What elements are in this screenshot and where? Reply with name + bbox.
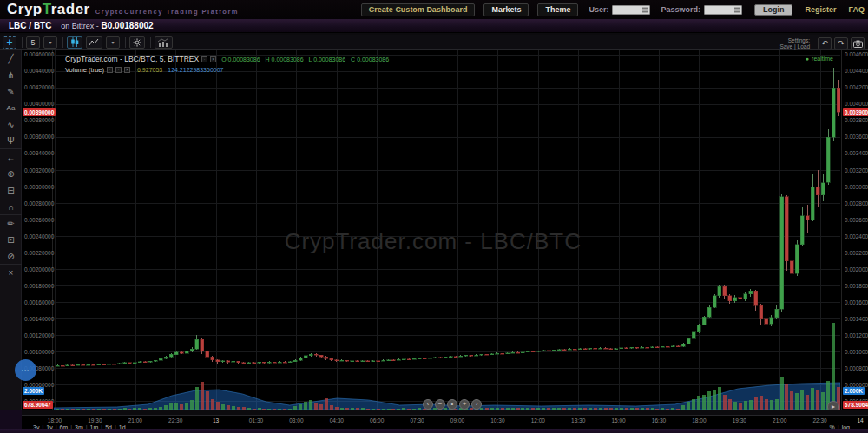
price-tick-label: 0.00220000 xyxy=(845,250,868,256)
price-tick-label: 0.00340000 xyxy=(845,150,868,156)
redo-button[interactable]: ↷ xyxy=(834,37,848,49)
measure-tool[interactable]: ⊟ xyxy=(0,182,22,199)
remove-all-tool[interactable]: × xyxy=(0,265,22,281)
pitchfork-tool[interactable]: ⋔ xyxy=(0,67,22,83)
settings-save-load[interactable]: Settings:Save | Load xyxy=(779,37,810,49)
time-tick-label: 10:30 xyxy=(484,417,510,423)
price-tick-label: 0.00420000 xyxy=(845,84,868,90)
reset-view-button[interactable]: • xyxy=(447,399,457,410)
chart-canvas[interactable]: 0.004600000.004400000.004200000.00400000… xyxy=(22,50,868,410)
lock-all-tool[interactable]: ⊡ xyxy=(0,232,22,248)
interval-dropdown[interactable]: ▾ xyxy=(43,36,57,49)
time-tick-label: 19:30 xyxy=(727,417,753,423)
price-tick-label: 0.00460000 xyxy=(845,51,868,57)
tab-pair: LBC / BTC xyxy=(9,21,51,30)
candlestick-style-button[interactable] xyxy=(67,36,82,49)
pan-left-button[interactable]: ‹ xyxy=(423,399,433,410)
crosshair-button[interactable]: + xyxy=(3,36,16,49)
price-tick-label: 0.00160000 xyxy=(845,299,868,305)
price-tick-label: 0.00360000 xyxy=(845,134,868,140)
input-grid-icon xyxy=(642,7,648,13)
trend-line-tool[interactable]: ╱ xyxy=(0,50,22,67)
chart-widget: + 5 ▾ ▾ Settings:Save | Load ↶ xyxy=(0,33,868,429)
price-tick-label: 0.00100000 xyxy=(24,349,54,355)
tab-lbc-btc[interactable]: LBC / BTC on Bittrex - B0.00188002 xyxy=(9,21,154,30)
price-tick-label: 0.00120000 xyxy=(24,332,54,338)
price-tick-label: 0.00400000 xyxy=(24,101,54,107)
time-tick-label: 12:00 xyxy=(525,417,551,423)
draw-mode-tool[interactable]: ✏ xyxy=(0,215,22,232)
time-tick-label: 09:00 xyxy=(444,417,470,423)
price-tick-label: 0.00280000 xyxy=(24,200,54,207)
volume-value-2: 124.2122983350007 xyxy=(168,67,223,73)
hide-all-tool[interactable]: ⊘ xyxy=(0,248,22,265)
create-dashboard-button[interactable]: Create Custom Dashboard xyxy=(361,3,476,16)
brush-tool[interactable]: ✎ xyxy=(0,83,22,100)
time-tick-label: 16:30 xyxy=(646,417,672,423)
volume-value: 6.927053 xyxy=(137,67,162,73)
time-tick-label: 18:00 xyxy=(42,417,68,423)
zoom-out-button[interactable]: − xyxy=(435,399,445,410)
faq-link[interactable]: FAQ xyxy=(848,5,865,14)
price-axis-right[interactable]: 0.004600000.004400000.004200000.00400000… xyxy=(841,50,868,410)
price-tick-label: 0.00260000 xyxy=(845,217,868,223)
price-tick-label: 0.00440000 xyxy=(845,68,868,74)
register-link[interactable]: Register xyxy=(805,5,836,14)
theme-button[interactable]: Theme xyxy=(537,3,578,16)
app-logo[interactable]: CrypTrader xyxy=(7,1,90,18)
time-tick-label: 13 xyxy=(203,417,229,423)
time-tick-label: 06:00 xyxy=(364,417,390,423)
login-button[interactable]: Login xyxy=(754,4,793,16)
time-tick-label: 22:30 xyxy=(807,417,833,423)
goto-realtime-button[interactable]: ▸ xyxy=(827,401,839,410)
markets-button[interactable]: Markets xyxy=(483,3,529,16)
loading-spinner: ••• xyxy=(15,359,36,381)
legend-close-icon[interactable]: × xyxy=(210,56,216,62)
style-dropdown[interactable]: ▾ xyxy=(106,36,120,49)
chart-settings-button[interactable] xyxy=(129,36,145,49)
snapshot-button[interactable] xyxy=(851,37,865,49)
zoom-in-button[interactable]: + xyxy=(459,399,470,410)
volume-close-icon[interactable]: × xyxy=(124,67,130,73)
camera-icon xyxy=(853,40,863,48)
volume-last-badge: 678.90647 xyxy=(843,401,868,409)
price-tick-label: 0.00400000 xyxy=(845,101,868,107)
pattern-tool[interactable]: ∿ xyxy=(0,116,22,133)
interval-button[interactable]: 5 xyxy=(26,36,40,49)
time-tick-label: 04:30 xyxy=(324,417,350,423)
price-tick-label: 0.00440000 xyxy=(24,68,54,74)
logo-text-2: rader xyxy=(51,1,90,17)
crosshair-icon: + xyxy=(6,36,12,49)
arrow-marker-tool[interactable]: ← xyxy=(0,149,22,166)
price-tick-label: 0.00240000 xyxy=(845,233,868,239)
volume-hide-icon[interactable]: · xyxy=(115,67,122,73)
text-tool[interactable]: Aa xyxy=(0,100,22,116)
time-axis[interactable]: 18:0019:3021:0022:301301:3003:0004:3006:… xyxy=(0,415,868,423)
password-input[interactable] xyxy=(704,5,742,15)
legend-title: CrypTrader.com - LBC/BTC, 5, BITTREX xyxy=(65,55,199,63)
time-tick-label: 22:30 xyxy=(162,417,188,423)
price-tick-label: 0.00280000 xyxy=(845,200,868,207)
time-tick-label: 07:30 xyxy=(404,417,431,423)
volume-settings-icon[interactable]: · xyxy=(107,67,113,73)
price-axis-left[interactable]: 0.004600000.004400000.004200000.00400000… xyxy=(22,50,53,410)
pan-right-button[interactable]: › xyxy=(471,399,482,410)
time-tick-label: 21:00 xyxy=(766,417,792,423)
undo-button[interactable]: ↶ xyxy=(818,37,832,49)
input-grid-icon xyxy=(734,7,740,13)
line-style-button[interactable] xyxy=(86,36,102,49)
forecast-tool[interactable]: Ψ xyxy=(0,133,22,149)
legend-settings-icon[interactable]: · xyxy=(201,56,207,62)
time-tick-label: 15:00 xyxy=(606,417,632,423)
indicators-icon xyxy=(158,38,169,47)
undo-icon: ↶ xyxy=(821,39,828,48)
indicators-button[interactable] xyxy=(155,36,173,49)
magnet-tool[interactable]: ∩ xyxy=(0,199,22,215)
price-tick-label: 0.00380000 xyxy=(845,117,868,123)
logo-accent-icon: T xyxy=(43,1,51,17)
price-tick-label: 0.00320000 xyxy=(24,167,54,174)
time-tick-label: 13:30 xyxy=(565,417,591,423)
zoom-tool[interactable]: ⊕ xyxy=(0,166,22,182)
user-input[interactable] xyxy=(612,5,650,15)
price-tick-label: 0.00300000 xyxy=(24,184,54,190)
